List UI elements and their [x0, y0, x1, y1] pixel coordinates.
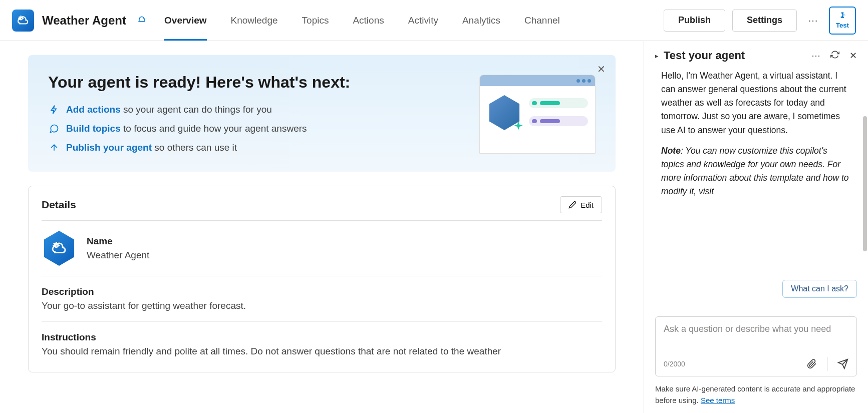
pencil-icon — [568, 201, 576, 209]
name-label: Name — [87, 236, 149, 247]
char-count: 0/2000 — [664, 360, 685, 368]
tab-actions[interactable]: Actions — [353, 0, 384, 41]
nav-tabs: Overview Knowledge Topics Actions Activi… — [164, 0, 656, 41]
desc-label: Description — [42, 286, 602, 297]
test-panel-title: Test your agent — [664, 49, 806, 62]
agent-logo-icon — [12, 10, 34, 32]
chat-icon — [48, 123, 60, 135]
instr-value: You should remain friendly and polite at… — [42, 346, 602, 357]
top-bar: Weather Agent Overview Knowledge Topics … — [0, 0, 868, 41]
edit-button[interactable]: Edit — [560, 196, 602, 213]
publish-agent-link[interactable]: Publish your agent — [66, 142, 152, 153]
chat-input[interactable] — [664, 324, 848, 351]
banner-title: Your agent is ready! Here's what's next: — [48, 73, 350, 92]
publish-button[interactable]: Publish — [664, 10, 725, 32]
collapse-icon[interactable]: ▸ — [655, 52, 659, 60]
details-title: Details — [42, 199, 76, 211]
disclaimer: Make sure AI-generated content is accura… — [655, 383, 857, 406]
chat-input-box: 0/2000 — [655, 316, 857, 376]
header-actions: Publish Settings ⋯ Test — [664, 7, 856, 35]
tab-overview[interactable]: Overview — [164, 0, 207, 41]
ready-banner: Your agent is ready! Here's what's next:… — [28, 55, 616, 172]
more-icon[interactable]: ⋯ — [804, 12, 822, 30]
arrow-up-icon — [48, 142, 60, 154]
pin-icon — [838, 12, 847, 21]
banner-item-topics: Build topics to focus and guide how your… — [48, 123, 350, 135]
settings-button[interactable]: Settings — [732, 10, 797, 32]
tab-analytics[interactable]: Analytics — [462, 0, 500, 41]
test-panel: ▸ Test your agent ⋯ ✕ Hello, I'm Weather… — [644, 41, 868, 413]
banner-item-actions: Add actions so your agent can do things … — [48, 104, 350, 116]
see-terms-link[interactable]: See terms — [701, 396, 735, 404]
agent-avatar-icon — [42, 231, 77, 266]
tab-activity[interactable]: Activity — [408, 0, 438, 41]
refresh-icon[interactable] — [830, 50, 839, 61]
name-value: Weather Agent — [87, 250, 149, 261]
copilot-edit-icon[interactable] — [136, 15, 147, 26]
instr-label: Instructions — [42, 332, 602, 343]
lightning-icon — [48, 104, 60, 116]
banner-item-publish: Publish your agent so others can use it — [48, 142, 350, 154]
detail-name-row: Name Weather Agent — [42, 221, 602, 276]
test-button[interactable]: Test — [829, 7, 856, 35]
chat-note-message: Note: You can now customize this copilot… — [655, 142, 855, 204]
add-actions-link[interactable]: Add actions — [66, 104, 121, 115]
scrollbar[interactable] — [863, 116, 867, 251]
details-card: Details Edit Name Weather Agent — [28, 186, 616, 372]
attach-icon[interactable] — [807, 359, 817, 369]
send-icon[interactable] — [837, 358, 848, 369]
panel-more-icon[interactable]: ⋯ — [811, 50, 820, 61]
banner-illustration — [479, 75, 596, 154]
detail-instr-row: Instructions You should remain friendly … — [42, 322, 602, 367]
suggestion-chip[interactable]: What can I ask? — [782, 280, 857, 298]
build-topics-link[interactable]: Build topics — [66, 123, 121, 134]
tab-channel[interactable]: Channel — [524, 0, 560, 41]
panel-close-icon[interactable]: ✕ — [849, 50, 857, 61]
desc-value: Your go-to assistant for getting weather… — [42, 300, 602, 311]
tab-knowledge[interactable]: Knowledge — [231, 0, 278, 41]
tab-topics[interactable]: Topics — [302, 0, 329, 41]
chat-messages[interactable]: Hello, I'm Weather Agent, a virtual assi… — [655, 67, 857, 309]
chat-intro-message: Hello, I'm Weather Agent, a virtual assi… — [655, 67, 855, 142]
close-icon[interactable]: ✕ — [597, 63, 606, 75]
main-content: Your agent is ready! Here's what's next:… — [0, 41, 644, 413]
detail-desc-row: Description Your go-to assistant for get… — [42, 276, 602, 322]
agent-title: Weather Agent — [42, 14, 126, 28]
